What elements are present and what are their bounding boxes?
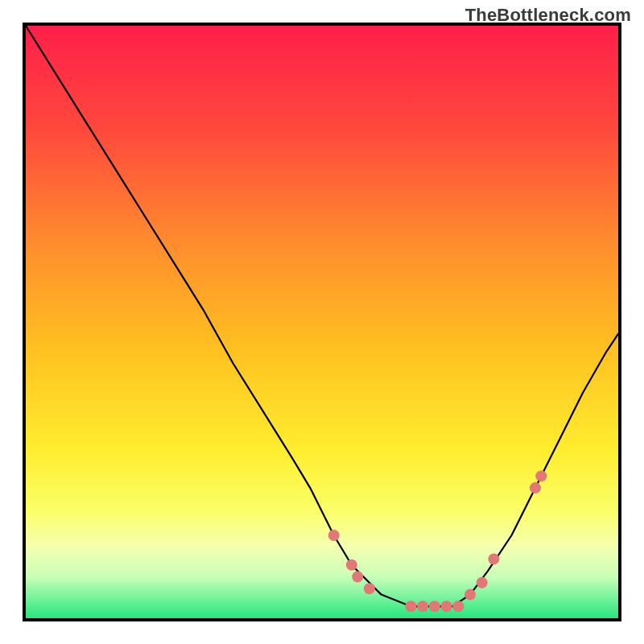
- data-point: [452, 601, 464, 612]
- data-point: [417, 601, 428, 612]
- data-point: [530, 482, 541, 493]
- data-point: [346, 559, 357, 571]
- data-point: [535, 470, 547, 481]
- data-point: [441, 601, 452, 612]
- chart-container: TheBottleneck.com: [0, 0, 644, 644]
- chart-svg: [26, 26, 618, 618]
- data-point: [464, 589, 476, 601]
- data-point: [429, 601, 440, 612]
- plot-area: [23, 23, 621, 621]
- data-point: [328, 530, 340, 541]
- gradient-rect: [26, 26, 618, 618]
- data-point: [405, 601, 416, 612]
- data-point: [352, 572, 363, 583]
- data-point: [364, 583, 375, 594]
- data-point: [477, 577, 488, 588]
- data-point: [488, 553, 499, 564]
